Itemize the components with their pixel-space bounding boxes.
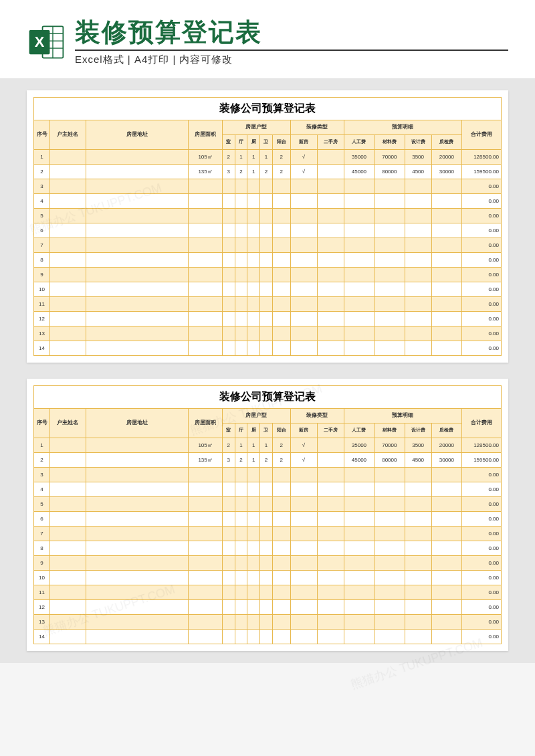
table-cell [317,164,344,179]
table-cell: 2 [235,164,247,179]
table-cell [344,326,374,341]
table-cell [189,296,223,311]
table-row: 50.00 [34,496,502,511]
table-row: 1105㎡21112√3500070000350020000128500.00 [34,438,502,452]
table-cell: 0.00 [462,193,502,208]
table-cell [247,223,260,238]
table-cell [222,282,235,296]
table-cell [344,585,374,599]
table-cell: 10 [34,282,50,296]
table-cell [222,179,235,193]
table-cell [290,555,317,570]
table-cell [222,296,235,311]
table-cell [189,526,223,541]
col-house-type-group-header: 房屋户型 [222,120,290,134]
table-cell [260,282,273,296]
table-cell [50,614,86,629]
table-cell [374,311,405,326]
table-cell [247,341,260,355]
table-cell [260,614,273,629]
table-cell [86,296,189,311]
col-house-type-group-header: 房屋户型 [222,408,290,423]
col-second-hand-header: 二手房 [317,134,344,149]
table-cell [431,341,461,355]
table-cell [374,526,405,541]
table-cell [247,467,260,482]
table-cell [247,252,260,267]
table-cell [50,252,86,267]
col-kitchen-header: 厨 [247,423,260,438]
table-cell [317,467,344,482]
col-kitchen-header: 厨 [247,134,260,149]
table-cell: 2 [34,452,50,467]
table-cell [50,526,86,541]
table-cell [222,526,235,541]
table-cell [317,482,344,496]
table-cell [222,629,235,644]
table-cell [317,341,344,355]
table-cell: 1 [34,438,50,452]
table-row: 2135㎡32122√4500080000450030000159500.00 [34,452,502,467]
table-cell [222,208,235,223]
table-cell [235,179,247,193]
table-cell [50,164,86,179]
table-cell: 11 [34,585,50,599]
table-cell [431,482,461,496]
table-cell [189,585,223,599]
table-cell [50,223,86,238]
table-cell [405,570,431,585]
table-cell [235,252,247,267]
table-row: 120.00 [34,599,502,614]
table-cell: 2 [272,164,290,179]
table-cell [290,238,317,252]
table-row: 110.00 [34,585,502,599]
table-cell [344,482,374,496]
table-cell: 7 [34,238,50,252]
table-cell [317,238,344,252]
col-design-header: 设计费 [405,423,431,438]
col-quality-header: 质检费 [431,423,461,438]
table-cell: 8 [34,252,50,267]
table-row: 90.00 [34,555,502,570]
table-cell [405,238,431,252]
table-cell: 45000 [344,164,374,179]
table-cell: 5 [34,496,50,511]
table-cell [405,614,431,629]
table-cell [272,267,290,282]
table-row: 100.00 [34,570,502,585]
table-cell [317,208,344,223]
table-cell: 159500.00 [462,452,502,467]
table-cell [235,496,247,511]
table-cell [272,570,290,585]
table-cell [235,238,247,252]
table-cell [235,599,247,614]
col-decoration-type-group-header: 装修类型 [290,120,344,134]
table-cell [344,614,374,629]
table-cell [317,282,344,296]
table-cell [405,629,431,644]
table-cell [290,526,317,541]
table-cell [405,223,431,238]
table-row: 110.00 [34,296,502,311]
table-row: 120.00 [34,311,502,326]
table-cell [374,296,405,311]
table-cell [50,341,86,355]
table-row: 130.00 [34,614,502,629]
table-cell [405,282,431,296]
table-cell [222,614,235,629]
table-cell [272,223,290,238]
table-cell: 1 [260,149,273,164]
table-cell [86,179,189,193]
table-cell: 30000 [431,452,461,467]
table-cell [272,311,290,326]
table-cell: 9 [34,267,50,282]
table-cell: 0.00 [462,296,502,311]
table-cell: 8 [34,541,50,555]
table-cell [222,267,235,282]
table-cell: 1 [247,149,260,164]
table-cell [405,585,431,599]
table-cell: 3500 [405,149,431,164]
table-cell: 2 [34,164,50,179]
table-row: 90.00 [34,267,502,282]
table-cell [374,482,405,496]
